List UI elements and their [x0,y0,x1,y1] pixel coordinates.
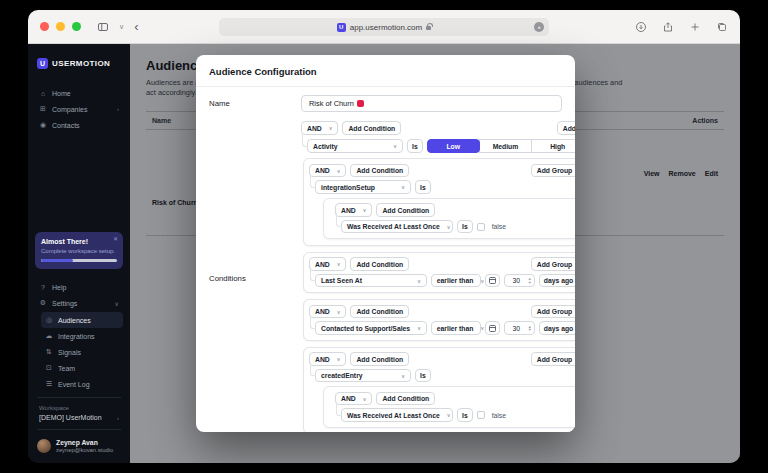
chevron-down-icon: ∨ [337,309,341,315]
zoom-window-button[interactable] [72,22,81,31]
level-option-low[interactable]: Low [427,139,480,153]
brand-icon: U [37,58,48,69]
sidebar-item-settings[interactable]: ⚙ Settings ∨ [35,295,123,311]
back-button[interactable]: ‹ [134,20,138,33]
modal-title: Audience Configuration [209,66,562,77]
user-name: Zeynep Avan [56,439,113,446]
sidebar-item-label: Companies [52,106,87,113]
condition-group: AND∨ Add Condition Add Group ⊖ Contacted… [303,299,575,341]
tab-overview-icon[interactable] [716,21,728,33]
promo-title: Almost There! [41,238,117,245]
field-select[interactable]: Last Seen At∨ [315,274,427,288]
sidebar-item-signals[interactable]: ⇅ Signals [41,344,123,360]
chevron-down-icon: ∨ [363,207,367,213]
condition-builder: AND∨ Add Condition Add Group Activity∨ I… [301,119,575,432]
add-condition-button[interactable]: Add Condition [350,352,409,366]
setup-promo-card: ✕ Almost There! Complete workspace setup… [35,232,123,269]
add-group-button[interactable]: Add Group [531,352,575,366]
sidebar-item-companies[interactable]: ⊞ Companies › [35,101,123,117]
level-option-medium[interactable]: Medium [479,139,532,153]
browser-toolbar: ∨ ‹ U app.usermotion.com ● [28,10,740,44]
signals-icon: ⇅ [45,348,53,356]
stepper-arrows-icon[interactable]: ▲▼ [528,277,534,284]
team-icon: ⊡ [45,364,53,372]
user-email: zeynep@kovan.studio [56,447,113,453]
field-select[interactable]: Was Received At Least Once∨ [341,220,453,234]
site-favicon: U [337,23,346,32]
add-group-button[interactable]: Add Group [531,257,575,271]
sidebar-item-label: Help [52,284,66,291]
add-condition-button[interactable]: Add Condition [376,203,435,217]
add-condition-button[interactable]: Add Condition [350,257,409,271]
minimize-window-button[interactable] [56,22,65,31]
add-group-button[interactable]: Add Group [557,121,575,135]
operator-chip: Is [407,139,423,153]
field-select[interactable]: integrationSetup∨ [315,180,411,194]
sidebar-item-audiences[interactable]: ◎ Audiences [41,312,123,328]
sidebar-item-contacts[interactable]: ◉ Contacts [35,117,123,133]
extension-icon[interactable]: ● [534,22,544,32]
false-label: false [492,412,506,419]
sidebar-item-help[interactable]: ? Help [35,279,123,295]
operator-chip: Is [415,180,431,194]
sidebar-item-label: Event Log [58,381,90,388]
operator-chip: Is [457,220,473,234]
close-window-button[interactable] [40,22,49,31]
home-icon: ⌂ [39,90,47,97]
add-group-button[interactable]: Add Group [531,305,575,319]
sidebar-item-label: Audiences [58,317,91,324]
share-icon[interactable] [662,21,674,33]
false-checkbox[interactable] [477,411,485,419]
user-menu[interactable]: Zeynep Avan zeynep@kovan.studio [35,435,123,455]
add-condition-button[interactable]: Add Condition [350,164,409,178]
amount-stepper[interactable]: 30 ▲▼ [504,274,535,288]
workspace-switcher[interactable]: [DEMO] UserMotion › [35,413,123,424]
audience-name-input[interactable]: Risk of Churn [301,95,562,112]
level-option-high[interactable]: High [531,139,575,153]
add-condition-button[interactable]: Add Condition [350,305,409,319]
field-select[interactable]: Contacted to Support/Sales∨ [315,321,427,335]
sidebar-item-event-log[interactable]: ☰ Event Log [41,376,123,392]
amount-value: 30 [505,277,528,284]
address-bar[interactable]: U app.usermotion.com ● [219,18,549,36]
chevron-down-icon: ∨ [447,412,451,418]
field-select[interactable]: Was Received At Least Once∨ [341,408,453,422]
add-condition-button[interactable]: Add Condition [376,392,435,406]
chevron-right-icon: › [117,415,119,421]
activity-level-segmented-control: Low Medium High [427,139,575,153]
avatar [37,439,51,453]
downloads-icon[interactable] [635,21,647,33]
chevron-down-icon: ∨ [401,373,405,379]
operator-chip: Is [457,408,473,422]
condition-group: AND∨ Add Condition Add Group ⊖ createdEn… [303,347,575,433]
field-select[interactable]: createdEntry∨ [315,369,411,383]
sidebar-toggle-icon[interactable] [97,21,109,33]
gear-icon: ⚙ [39,299,47,307]
chevron-down-icon: ∨ [337,168,341,174]
sidebar-item-integrations[interactable]: ☁ Integrations [41,328,123,344]
help-icon: ? [39,284,47,291]
sidebar-chevron-icon[interactable]: ∨ [119,23,124,31]
operator-select[interactable]: earlier than∨ [431,321,481,335]
sidebar-item-home[interactable]: ⌂ Home [35,85,123,101]
sidebar-item-team[interactable]: ⊡ Team [41,360,123,376]
calendar-icon[interactable] [485,274,500,288]
add-condition-button[interactable]: Add Condition [342,121,401,135]
brand-name: USERMOTION [52,59,110,68]
amount-stepper[interactable]: 30 ▲▼ [504,321,535,335]
chevron-down-icon: ∨ [480,278,484,284]
stepper-arrows-icon[interactable]: ▲▼ [528,325,534,332]
chevron-down-icon: ∨ [363,396,367,402]
setup-progress-fill [41,259,73,262]
workspace-label: Workspace [39,405,119,411]
add-group-button[interactable]: Add Group [531,164,575,178]
audience-configuration-modal: Audience Configuration Name Risk of Chur… [196,55,575,432]
false-checkbox[interactable] [477,223,485,231]
calendar-icon[interactable] [485,321,500,335]
activity-field-select[interactable]: Activity∨ [307,139,403,153]
chevron-down-icon: ∨ [337,356,341,362]
condition-group: AND∨ Add Condition Add Group ⊖ Last Seen… [303,252,575,294]
new-tab-icon[interactable] [689,21,701,33]
operator-select[interactable]: earlier than∨ [431,274,481,288]
close-icon[interactable]: ✕ [113,235,118,242]
